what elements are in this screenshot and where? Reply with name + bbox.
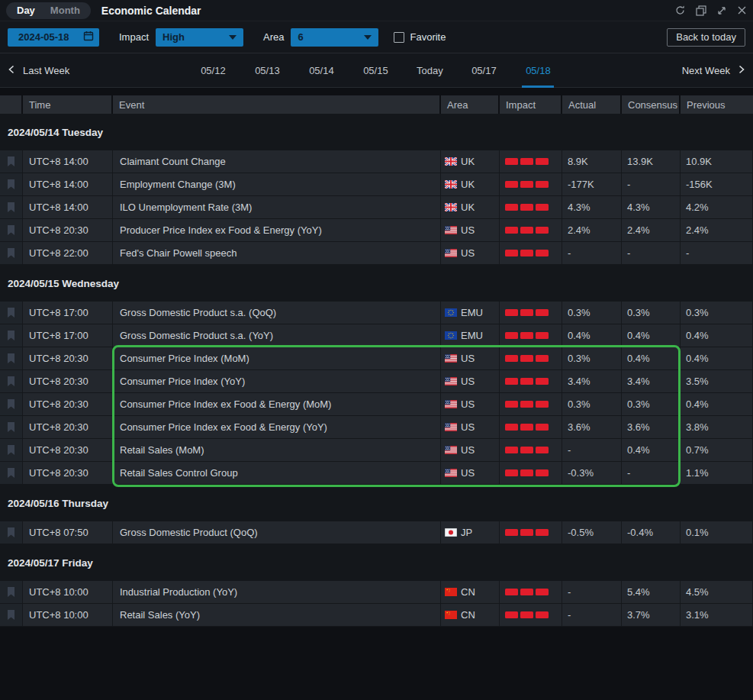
area-label: Area [263,31,284,43]
impact-bar-icon [520,309,533,316]
week-day-tab[interactable]: Today [414,53,446,88]
bookmark-icon[interactable] [6,224,16,236]
flag-us-icon [445,354,457,363]
bookmark-icon[interactable] [6,307,16,318]
flag-emu-icon [445,331,457,340]
tab-day[interactable]: Day [9,2,43,19]
bookmark-icon[interactable] [6,398,16,410]
event-row[interactable]: UTC+8 17:00Gross Domestic Product s.a. (… [0,324,753,347]
consensus-value: 4.3% [622,196,681,218]
restore-window-icon[interactable] [696,5,706,16]
impact-bar-icon [536,529,549,536]
week-days: 05/1205/1305/1405/15Today05/1705/18 [69,53,681,88]
event-row[interactable]: UTC+8 20:30Producer Price Index ex Food … [0,219,753,242]
date-picker[interactable]: 2024-05-18 [8,28,99,47]
event-row[interactable]: UTC+8 22:00Fed's Chair Powell speechUS--… [0,242,753,265]
week-day-tab[interactable]: 05/18 [522,53,554,88]
favorite-filter[interactable]: Favorite [394,31,446,43]
consensus-value: 5.4% [622,581,681,603]
week-day-tab[interactable]: 05/14 [305,53,337,88]
last-week-button[interactable]: Last Week [8,65,69,76]
consensus-value: - [622,462,681,484]
event-row[interactable]: UTC+8 14:00ILO Unemployment Rate (3M)UK4… [0,196,753,219]
event-row[interactable]: UTC+8 20:30Retail Sales Control GroupUS-… [0,462,753,485]
area-code: EMU [461,330,483,341]
event-row[interactable]: UTC+8 20:30Consumer Price Index ex Food … [0,393,753,416]
event-row[interactable]: UTC+8 07:50Gross Domestic Product (QoQ)J… [0,521,753,544]
event-time: UTC+8 10:00 [23,581,113,603]
event-row[interactable]: UTC+8 20:30Consumer Price Index (MoM)US0… [0,347,753,370]
bookmark-icon[interactable] [6,586,16,598]
bookmark-icon[interactable] [6,527,16,538]
bookmark-icon[interactable] [6,444,16,456]
event-time: UTC+8 07:50 [23,521,113,544]
previous-value: 0.3% [681,302,753,324]
bookmark-icon[interactable] [6,179,16,190]
area-code: US [461,353,475,364]
section-date-header: 2024/05/15 Wednesday [0,265,753,302]
tab-month[interactable]: Month [43,2,88,19]
bookmark-icon[interactable] [6,247,16,259]
impact-bar-icon [520,181,533,188]
event-time: UTC+8 20:30 [23,347,113,369]
week-day-tab[interactable]: 05/12 [197,53,229,88]
event-time: UTC+8 20:30 [23,393,113,415]
week-day-tab[interactable]: 05/13 [251,53,283,88]
calendar-table: Time Event Area Impact Actual Consensus … [0,95,753,627]
refresh-icon[interactable] [674,5,686,16]
impact-bar-icon [505,447,518,453]
actual-value: 0.3% [562,393,622,415]
impact-indicator [500,521,562,544]
bookmark-icon[interactable] [6,330,16,341]
week-day-tab[interactable]: 05/17 [468,53,500,88]
area-dropdown[interactable]: 6 [291,28,378,47]
expand-icon[interactable] [716,5,727,16]
bookmark-icon[interactable] [6,609,16,621]
event-row[interactable]: UTC+8 14:00Employment Change (3M)UK-177K… [0,173,753,196]
impact-indicator [500,173,562,195]
bookmark-icon[interactable] [6,353,16,364]
event-name: Retail Sales (YoY) [113,604,441,626]
close-icon[interactable] [737,5,747,15]
bookmark-icon[interactable] [6,421,16,433]
consensus-value: - [622,173,681,195]
impact-indicator [500,462,562,484]
event-time: UTC+8 17:00 [23,324,113,347]
next-week-button[interactable]: Next Week [682,65,745,76]
impact-bar-icon [505,469,518,476]
impact-bar-icon [505,355,518,362]
event-row[interactable]: UTC+8 17:00Gross Domestic Product s.a. (… [0,302,753,324]
area-code: US [461,467,475,479]
event-name: Consumer Price Index (YoY) [113,370,441,392]
bookmark-icon[interactable] [6,376,16,387]
week-nav: Last Week 05/1205/1305/1405/15Today05/17… [0,53,753,88]
flag-cn-icon [445,588,457,596]
impact-indicator [500,242,562,264]
favorite-checkbox[interactable] [394,32,404,43]
week-day-tab[interactable]: 05/15 [359,53,391,88]
table-header: Time Event Area Impact Actual Consensus … [0,95,753,114]
column-header-time: Time [23,95,113,114]
bookmark-icon[interactable] [6,467,16,479]
column-header-area: Area [441,95,500,114]
section-date-header: 2024/05/16 Thursday [0,485,753,521]
previous-value: 10.9K [681,150,753,173]
next-week-label: Next Week [682,65,730,76]
bookmark-icon[interactable] [6,202,16,213]
impact-bar-icon [520,424,533,431]
consensus-value: 3.7% [622,604,681,626]
event-row[interactable]: UTC+8 14:00Claimant Count ChangeUK8.9K13… [0,150,753,173]
event-row[interactable]: UTC+8 10:00Industrial Production (YoY)CN… [0,581,753,604]
last-week-label: Last Week [23,65,69,76]
event-row[interactable]: UTC+8 20:30Consumer Price Index (YoY)US3… [0,370,753,393]
back-to-today-button[interactable]: Back to today [667,28,745,47]
event-row[interactable]: UTC+8 10:00Retail Sales (YoY)CN-3.7%3.1% [0,604,753,627]
impact-bar-icon [520,204,533,211]
event-row[interactable]: UTC+8 20:30Retail Sales (MoM)US-0.4%0.7% [0,439,753,462]
bookmark-icon[interactable] [6,156,16,167]
area-code: US [461,247,475,259]
impact-bar-icon [536,611,549,618]
event-name: Gross Domestic Product (QoQ) [113,521,441,544]
event-row[interactable]: UTC+8 20:30Consumer Price Index ex Food … [0,416,753,439]
impact-dropdown[interactable]: High [156,28,243,47]
